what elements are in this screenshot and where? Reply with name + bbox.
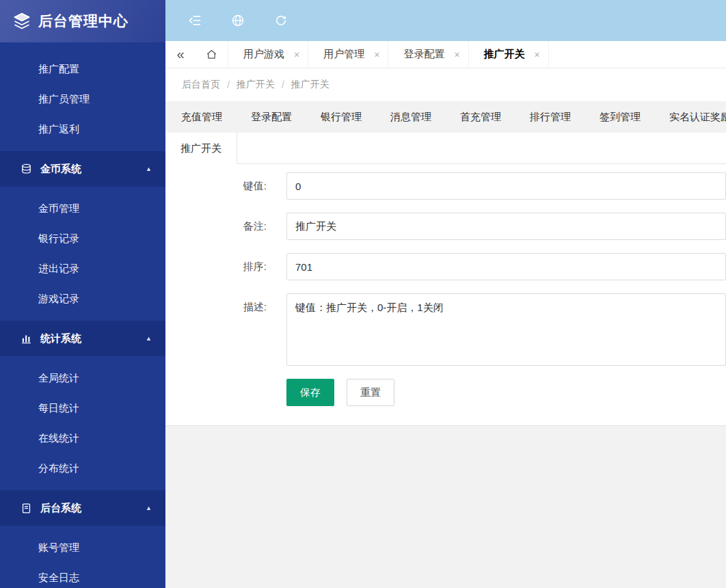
sidebar-item-promo-config[interactable]: 推广配置 — [0, 54, 165, 84]
menu-fold-icon — [188, 14, 202, 27]
topbar — [165, 0, 726, 41]
key-value-field[interactable] — [286, 172, 726, 200]
sidebar-item-promo-rebate[interactable]: 推广返利 — [0, 114, 165, 144]
chevron-up-icon: ▲ — [146, 505, 152, 511]
navtab-message[interactable]: 消息管理 — [390, 111, 431, 124]
app-logo: 后台管理中心 — [0, 0, 165, 42]
navtab-first-charge[interactable]: 首充管理 — [460, 111, 501, 124]
sidebar-section-stats-system[interactable]: 统计系统 ▲ — [0, 321, 165, 356]
form-buttons: 保存 重置 — [286, 379, 726, 406]
tab-user-game[interactable]: 用户游戏 × — [228, 41, 308, 68]
sidebar-item-global-stats[interactable]: 全局统计 — [0, 363, 165, 393]
settings-nav-tabs: 充值管理 登录配置 银行管理 消息管理 首充管理 排行管理 签到管理 实名认证奖… — [165, 101, 726, 133]
breadcrumb: 后台首页 / 推广开关 / 推广开关 — [165, 68, 726, 101]
sidebar-item-game-records[interactable]: 游戏记录 — [0, 284, 165, 314]
sub-tab-row: 推广开关 — [165, 133, 726, 164]
home-tab[interactable] — [196, 41, 228, 68]
subtab-promo-switch[interactable]: 推广开关 — [165, 133, 237, 164]
main-column: « 用户游戏 × 用户管理 × 登录配置 × 推广开关 × 后台首页 / 推广开… — [165, 0, 726, 588]
menu-fold-button[interactable] — [187, 13, 202, 28]
sidebar-section-label: 金币系统 — [40, 163, 137, 176]
navtab-bank[interactable]: 银行管理 — [321, 111, 362, 124]
tab-login-config[interactable]: 登录配置 × — [388, 41, 468, 68]
description-label: 描述: — [165, 293, 267, 321]
breadcrumb-current: 推广开关 — [291, 79, 330, 91]
tab-user-management[interactable]: 用户管理 × — [308, 41, 388, 68]
bar-chart-icon — [21, 333, 32, 345]
tab-promo-switch[interactable]: 推广开关 × — [469, 41, 549, 68]
navtab-ranking[interactable]: 排行管理 — [530, 111, 571, 124]
sidebar-item-account-management[interactable]: 账号管理 — [0, 533, 165, 563]
sidebar-item-bank-records[interactable]: 银行记录 — [0, 224, 165, 254]
sidebar-item-distribution-stats[interactable]: 分布统计 — [0, 453, 165, 483]
layers-logo-icon — [12, 12, 31, 31]
description-textarea[interactable]: 键值：推广开关，0-开启，1关闭 — [286, 293, 726, 366]
breadcrumb-parent[interactable]: 推广开关 — [237, 79, 275, 91]
chevron-up-icon: ▲ — [146, 165, 152, 172]
navtab-recharge[interactable]: 充值管理 — [181, 111, 222, 124]
tab-bar: « 用户游戏 × 用户管理 × 登录配置 × 推广开关 × — [165, 41, 726, 68]
save-button[interactable]: 保存 — [286, 379, 334, 406]
coins-icon — [21, 163, 32, 175]
sidebar-section-label: 后台系统 — [40, 502, 137, 515]
chevron-up-icon: ▲ — [146, 335, 152, 342]
close-icon[interactable]: × — [294, 49, 299, 60]
refresh-icon — [274, 14, 288, 27]
sidebar-menu: 推广配置 推广员管理 推广返利 金币系统 ▲ 金币管理 银行记录 进出记录 游戏… — [0, 42, 165, 588]
sidebar: 后台管理中心 推广配置 推广员管理 推广返利 金币系统 ▲ 金币管理 银行记录 … — [0, 0, 165, 588]
sidebar-section-coin-system[interactable]: 金币系统 ▲ — [0, 151, 165, 187]
tab-label: 用户游戏 — [243, 48, 284, 61]
book-icon — [21, 503, 32, 514]
key-value-label: 键值: — [165, 172, 267, 200]
language-button[interactable] — [230, 13, 245, 28]
close-icon[interactable]: × — [535, 49, 540, 60]
sidebar-section-label: 统计系统 — [40, 332, 137, 345]
breadcrumb-separator: / — [227, 79, 230, 90]
collapse-tabs-button[interactable]: « — [165, 41, 196, 68]
tab-label: 推广开关 — [484, 48, 525, 61]
navtab-realname-reward[interactable]: 实名认证奖励 — [669, 111, 726, 124]
globe-icon — [231, 14, 245, 27]
breadcrumb-separator: / — [282, 79, 284, 90]
sidebar-item-daily-stats[interactable]: 每日统计 — [0, 393, 165, 423]
sidebar-item-promoter-management[interactable]: 推广员管理 — [0, 84, 165, 114]
close-icon[interactable]: × — [454, 49, 459, 60]
tab-label: 登录配置 — [403, 48, 444, 61]
sidebar-item-security-log[interactable]: 安全日志 — [0, 563, 165, 588]
sidebar-section-admin-system[interactable]: 后台系统 ▲ — [0, 490, 165, 526]
sort-label: 排序: — [165, 253, 267, 280]
tab-label: 用户管理 — [323, 48, 364, 61]
content-background — [165, 425, 726, 588]
refresh-button[interactable] — [273, 13, 288, 28]
sort-field[interactable] — [286, 253, 726, 280]
navtab-login-config[interactable]: 登录配置 — [251, 111, 292, 124]
reset-button[interactable]: 重置 — [347, 379, 394, 406]
promo-switch-form: 键值: 备注: 排序: 描述: 键值：推广开关，0-开启，1关闭 保存 重置 — [165, 164, 726, 425]
navtab-checkin[interactable]: 签到管理 — [600, 111, 641, 124]
app-title: 后台管理中心 — [38, 12, 129, 31]
remark-field[interactable] — [286, 213, 726, 240]
remark-label: 备注: — [165, 213, 267, 240]
close-icon[interactable]: × — [374, 49, 379, 60]
sidebar-item-coin-management[interactable]: 金币管理 — [0, 193, 165, 224]
sidebar-item-inout-records[interactable]: 进出记录 — [0, 254, 165, 284]
breadcrumb-home[interactable]: 后台首页 — [182, 79, 220, 91]
sidebar-item-online-stats[interactable]: 在线统计 — [0, 423, 165, 453]
home-icon — [206, 49, 217, 60]
